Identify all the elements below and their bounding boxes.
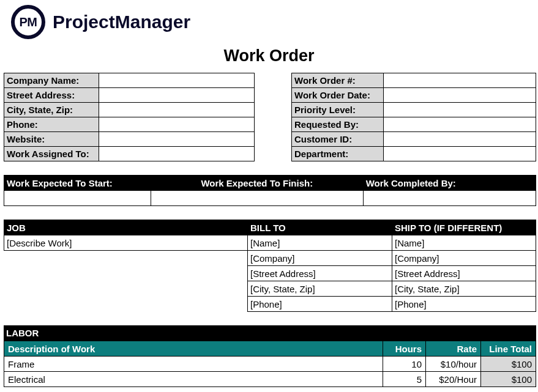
- order-info-table: Work Order #: Work Order Date: Priority …: [291, 73, 536, 161]
- labor-table: Description of Work Hours Rate Line Tota…: [4, 341, 536, 387]
- labor-line-total: $100: [481, 357, 536, 372]
- job-bill-ship-table: JOB BILL TO SHIP TO (IF DIFFERENT) [Desc…: [4, 220, 536, 312]
- labor-header-desc: Description of Work: [4, 341, 383, 357]
- label-work-start: Work Expected To Start:: [4, 176, 151, 191]
- value-work-completed[interactable]: [363, 191, 536, 206]
- labor-header-rate: Rate: [426, 341, 481, 357]
- job-description[interactable]: [Describe Work]: [4, 235, 248, 251]
- value-work-order-date[interactable]: [384, 88, 536, 103]
- labor-header-hours: Hours: [383, 341, 426, 357]
- value-phone[interactable]: [99, 117, 255, 132]
- job-empty: [4, 281, 248, 297]
- labor-rate[interactable]: $10/hour: [426, 357, 481, 372]
- ship-to-phone[interactable]: [Phone]: [392, 297, 536, 312]
- value-department[interactable]: [384, 147, 536, 161]
- label-work-completed: Work Completed By:: [363, 176, 536, 191]
- label-work-assigned-to: Work Assigned To:: [4, 147, 99, 161]
- labor-row: Electrical 5 $20/Hour $100: [4, 372, 536, 387]
- dates-table: Work Expected To Start: Work Expected To…: [4, 175, 536, 206]
- label-city-state-zip: City, State, Zip:: [4, 103, 99, 117]
- header-ship-to: SHIP TO (IF DIFFERENT): [392, 220, 536, 235]
- value-work-order-num[interactable]: [384, 73, 536, 88]
- label-website: Website:: [4, 132, 99, 147]
- job-empty: [4, 266, 248, 281]
- header-job: JOB: [4, 220, 248, 235]
- value-street-address[interactable]: [99, 88, 255, 103]
- label-customer-id: Customer ID:: [292, 132, 384, 147]
- info-row: Company Name: Street Address: City, Stat…: [4, 73, 536, 161]
- brand-name: ProjectManager: [53, 12, 190, 32]
- labor-row: Frame 10 $10/hour $100: [4, 357, 536, 372]
- value-website[interactable]: [99, 132, 255, 147]
- page-title: Work Order: [4, 44, 534, 73]
- bill-to-street[interactable]: [Street Address]: [248, 266, 392, 281]
- logo-icon: PM: [11, 5, 45, 39]
- value-requested-by[interactable]: [384, 117, 536, 132]
- labor-desc[interactable]: Frame: [4, 357, 383, 372]
- bill-to-phone[interactable]: [Phone]: [248, 297, 392, 312]
- labor-header-line-total: Line Total: [481, 341, 536, 357]
- labor-hours[interactable]: 5: [383, 372, 426, 387]
- header-bill-to: BILL TO: [248, 220, 392, 235]
- label-company-name: Company Name:: [4, 73, 99, 88]
- labor-rate[interactable]: $20/Hour: [426, 372, 481, 387]
- value-work-start[interactable]: [4, 191, 151, 206]
- label-work-order-date: Work Order Date:: [292, 88, 384, 103]
- ship-to-name[interactable]: [Name]: [392, 235, 536, 251]
- labor-hours[interactable]: 10: [383, 357, 426, 372]
- label-work-order-num: Work Order #:: [292, 73, 384, 88]
- label-phone: Phone:: [4, 117, 99, 132]
- value-customer-id[interactable]: [384, 132, 536, 147]
- bill-to-company[interactable]: [Company]: [248, 251, 392, 266]
- labor-desc[interactable]: Electrical: [4, 372, 383, 387]
- header: PM ProjectManager: [4, 4, 534, 44]
- ship-to-street[interactable]: [Street Address]: [392, 266, 536, 281]
- value-priority-level[interactable]: [384, 103, 536, 117]
- value-company-name[interactable]: [99, 73, 255, 88]
- job-empty: [4, 251, 248, 266]
- company-info-table: Company Name: Street Address: City, Stat…: [4, 73, 255, 161]
- value-work-assigned-to[interactable]: [99, 147, 255, 161]
- label-priority-level: Priority Level:: [292, 103, 384, 117]
- labor-section-label: LABOR: [4, 325, 536, 341]
- label-street-address: Street Address:: [4, 88, 99, 103]
- value-work-finish[interactable]: [151, 191, 364, 206]
- label-requested-by: Requested By:: [292, 117, 384, 132]
- label-work-finish: Work Expected To Finish:: [151, 176, 364, 191]
- value-city-state-zip[interactable]: [99, 103, 255, 117]
- label-department: Department:: [292, 147, 384, 161]
- ship-to-csz[interactable]: [City, State, Zip]: [392, 281, 536, 297]
- job-empty: [4, 297, 248, 312]
- ship-to-company[interactable]: [Company]: [392, 251, 536, 266]
- labor-line-total: $100: [481, 372, 536, 387]
- bill-to-name[interactable]: [Name]: [248, 235, 392, 251]
- bill-to-csz[interactable]: [City, State, Zip]: [248, 281, 392, 297]
